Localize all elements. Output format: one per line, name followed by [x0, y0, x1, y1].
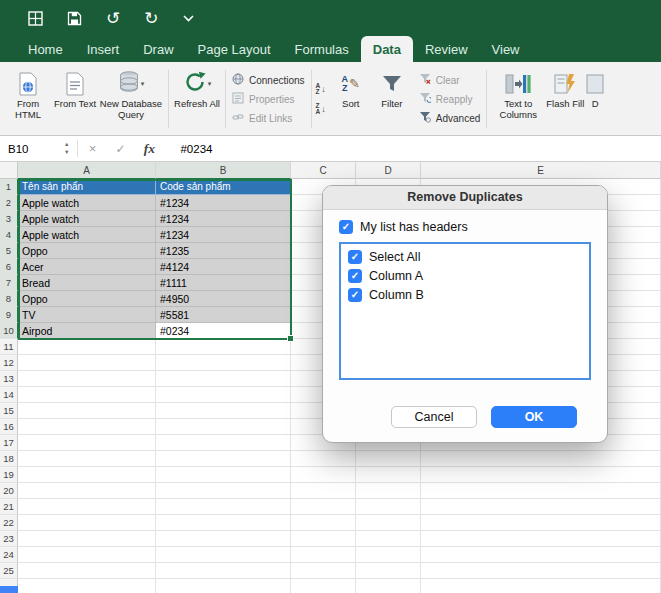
app-grid-icon[interactable] — [28, 11, 43, 26]
cell-B6[interactable]: #4124 — [156, 259, 291, 275]
cell-B3[interactable]: #1234 — [156, 211, 291, 227]
from-html-button[interactable]: From HTML — [5, 67, 51, 121]
cell-A22[interactable] — [18, 515, 156, 531]
cell-A17[interactable] — [18, 435, 156, 451]
cell-B18[interactable] — [156, 451, 291, 467]
cell-A7[interactable]: Bread — [18, 275, 156, 291]
cell-D19[interactable] — [356, 467, 421, 483]
fill-handle[interactable] — [287, 335, 294, 342]
cell-B22[interactable] — [156, 515, 291, 531]
cell-B11[interactable] — [156, 339, 291, 355]
row-header-15[interactable]: 15 — [0, 403, 18, 419]
cell-B23[interactable] — [156, 531, 291, 547]
cell-D26[interactable] — [356, 579, 421, 593]
checkbox-checked-icon[interactable]: ✓ — [348, 269, 362, 283]
select-all-corner[interactable] — [0, 162, 18, 179]
row-header-13[interactable]: 13 — [0, 371, 18, 387]
cell-D25[interactable] — [356, 563, 421, 579]
cell-A26[interactable] — [18, 579, 156, 593]
row-header-2[interactable]: 2 — [0, 195, 18, 211]
cell-E19[interactable] — [421, 467, 661, 483]
edit-links-button[interactable]: Edit Links — [232, 111, 305, 125]
cell-A25[interactable] — [18, 563, 156, 579]
cell-B21[interactable] — [156, 499, 291, 515]
cell-E23[interactable] — [421, 531, 661, 547]
duplicate-columns-listbox[interactable]: ✓Select All✓Column A✓Column B — [339, 242, 591, 380]
cell-E25[interactable] — [421, 563, 661, 579]
name-box[interactable]: B10 — [0, 143, 64, 155]
tab-home[interactable]: Home — [16, 36, 75, 62]
cell-E22[interactable] — [421, 515, 661, 531]
duplicate-column-option-select-all[interactable]: ✓Select All — [341, 247, 589, 266]
row-header-9[interactable]: 9 — [0, 307, 18, 323]
cell-B14[interactable] — [156, 387, 291, 403]
cell-B15[interactable] — [156, 403, 291, 419]
sort-button[interactable]: AZ ✎ Sort — [331, 67, 371, 110]
row-header-1[interactable]: 1 — [0, 179, 18, 195]
cell-A18[interactable] — [18, 451, 156, 467]
cell-D23[interactable] — [356, 531, 421, 547]
checkbox-checked-icon[interactable]: ✓ — [339, 220, 353, 234]
column-header-b[interactable]: B — [156, 162, 291, 179]
row-header-5[interactable]: 5 — [0, 243, 18, 259]
cell-A1[interactable]: Tên sản phẩn — [18, 179, 156, 195]
row-header-18[interactable]: 18 — [0, 451, 18, 467]
clear-filter-button[interactable]: Clear — [419, 73, 480, 87]
formula-bar-value[interactable]: #0234 — [180, 143, 212, 155]
tab-draw[interactable]: Draw — [131, 36, 185, 62]
cell-B2[interactable]: #1234 — [156, 195, 291, 211]
text-to-columns-button[interactable]: Text to Columns — [492, 67, 544, 121]
cell-D21[interactable] — [356, 499, 421, 515]
cell-A5[interactable]: Oppo — [18, 243, 156, 259]
filter-button[interactable]: Filter — [372, 67, 412, 110]
row-header-6[interactable]: 6 — [0, 259, 18, 275]
row-header-21[interactable]: 21 — [0, 499, 18, 515]
connections-button[interactable]: Connections — [232, 73, 305, 87]
column-header-c[interactable]: C — [291, 162, 356, 179]
row-header-17[interactable]: 17 — [0, 435, 18, 451]
new-database-query-button[interactable]: ▾ New Database Query — [99, 67, 163, 121]
cell-C24[interactable] — [291, 547, 356, 563]
row-header-10[interactable]: 10 — [0, 323, 18, 339]
cell-E26[interactable] — [421, 579, 661, 593]
cell-B8[interactable]: #4950 — [156, 291, 291, 307]
cell-C19[interactable] — [291, 467, 356, 483]
cancel-button[interactable]: Cancel — [391, 406, 477, 428]
properties-button[interactable]: Properties — [232, 92, 305, 106]
toolbar-chevron-down-icon[interactable] — [183, 15, 194, 22]
save-icon[interactable] — [67, 11, 82, 26]
row-header-24[interactable]: 24 — [0, 547, 18, 563]
cell-C21[interactable] — [291, 499, 356, 515]
tab-review[interactable]: Review — [413, 36, 480, 62]
row-header-14[interactable]: 14 — [0, 387, 18, 403]
cell-E18[interactable] — [421, 451, 661, 467]
row-header-3[interactable]: 3 — [0, 211, 18, 227]
refresh-all-button[interactable]: ▾ Refresh All — [174, 67, 220, 110]
cell-E20[interactable] — [421, 483, 661, 499]
sort-za-button[interactable]: ZA ↓ — [316, 103, 326, 116]
cell-B1[interactable]: Code sản phẩm — [156, 179, 291, 195]
row-header-16[interactable]: 16 — [0, 419, 18, 435]
cancel-entry-icon[interactable]: × — [78, 141, 106, 156]
row-header-7[interactable]: 7 — [0, 275, 18, 291]
column-header-e[interactable]: E — [421, 162, 661, 179]
cell-A6[interactable]: Acer — [18, 259, 156, 275]
cell-B7[interactable]: #1111 — [156, 275, 291, 291]
cell-A21[interactable] — [18, 499, 156, 515]
cell-C22[interactable] — [291, 515, 356, 531]
advanced-filter-button[interactable]: Advanced — [419, 111, 480, 125]
cell-B19[interactable] — [156, 467, 291, 483]
cell-B5[interactable]: #1235 — [156, 243, 291, 259]
cell-B9[interactable]: #5581 — [156, 307, 291, 323]
cell-B17[interactable] — [156, 435, 291, 451]
cell-D24[interactable] — [356, 547, 421, 563]
row-header-23[interactable]: 23 — [0, 531, 18, 547]
cell-A8[interactable]: Oppo — [18, 291, 156, 307]
stepper-up-icon[interactable]: ▲ — [64, 141, 69, 148]
reapply-filter-button[interactable]: Reapply — [419, 92, 480, 106]
my-list-has-headers-checkbox[interactable]: ✓ My list has headers — [339, 220, 591, 234]
confirm-entry-icon[interactable]: ✓ — [106, 142, 134, 156]
row-header-8[interactable]: 8 — [0, 291, 18, 307]
cell-C26[interactable] — [291, 579, 356, 593]
cell-A9[interactable]: TV — [18, 307, 156, 323]
